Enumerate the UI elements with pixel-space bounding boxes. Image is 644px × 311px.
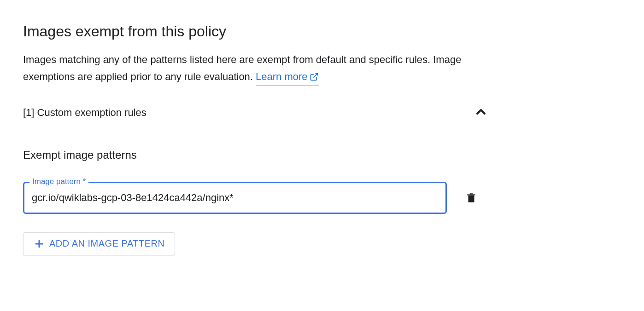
delete-pattern-button[interactable]	[465, 191, 477, 204]
description-text: Images matching any of the patterns list…	[23, 54, 461, 82]
learn-more-text: Learn more	[256, 68, 308, 85]
add-image-pattern-button[interactable]: ADD AN IMAGE PATTERN	[23, 232, 175, 255]
subsection-title: Exempt image patterns	[23, 149, 493, 161]
learn-more-link[interactable]: Learn more	[256, 68, 319, 86]
svg-line-0	[313, 74, 317, 78]
image-pattern-input[interactable]	[23, 182, 447, 214]
image-pattern-field-wrapper: Image pattern *	[23, 182, 447, 214]
section-title: Images exempt from this policy	[23, 23, 493, 40]
collapse-title: [1] Custom exemption rules	[23, 107, 146, 119]
image-pattern-row: Image pattern *	[23, 182, 488, 214]
trash-icon	[465, 191, 477, 204]
chevron-up-icon[interactable]	[474, 104, 488, 121]
external-link-icon	[310, 72, 319, 81]
image-pattern-label: Image pattern *	[29, 177, 88, 186]
plus-icon	[34, 238, 45, 249]
section-description: Images matching any of the patterns list…	[23, 51, 474, 86]
add-button-label: ADD AN IMAGE PATTERN	[49, 238, 164, 249]
collapse-header[interactable]: [1] Custom exemption rules	[23, 104, 488, 121]
